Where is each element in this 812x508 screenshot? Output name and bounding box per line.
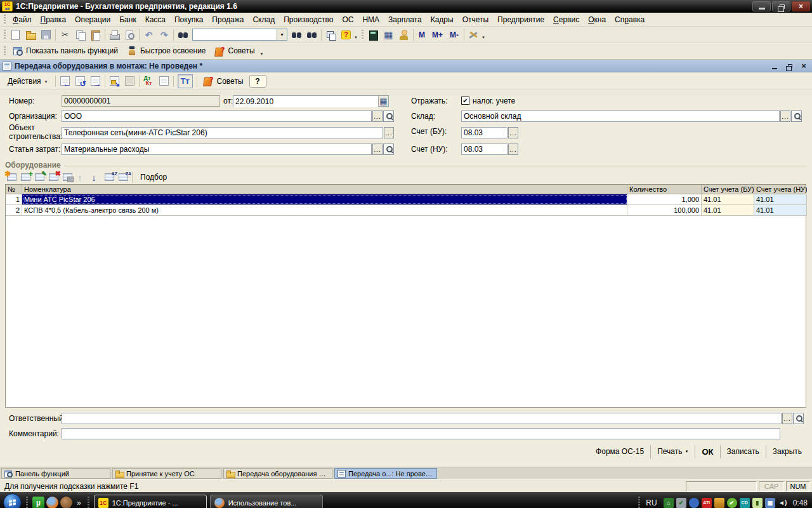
paste-icon[interactable] xyxy=(88,28,103,42)
move-up-icon[interactable]: ↑ xyxy=(75,171,88,184)
tax-accounting-checkbox[interactable]: ✔ xyxy=(461,97,469,105)
schet-bu-select-button[interactable]: ... xyxy=(508,127,518,138)
reread-icon[interactable]: ↺ xyxy=(73,74,88,88)
start-button[interactable] xyxy=(3,493,22,508)
menu-item[interactable]: Отчеты xyxy=(458,14,493,25)
sort-asc-icon[interactable]: AZ xyxy=(103,171,116,184)
post-document-icon[interactable]: ↘ xyxy=(107,74,122,88)
tab-os-acceptance[interactable]: Принятие к учету ОС xyxy=(112,468,221,479)
taskbar-button-1c[interactable]: 1С 1С:Предприятие - ... xyxy=(94,495,207,508)
show-function-panel-button[interactable]: Показать панель функций xyxy=(8,45,122,57)
delete-row-icon[interactable]: ✖ xyxy=(47,171,60,184)
quick-learning-button[interactable]: Быстрое освоение xyxy=(122,45,211,57)
find-icon[interactable] xyxy=(176,28,190,42)
cancel-posting-icon[interactable] xyxy=(122,74,137,88)
input-on-base-icon[interactable]: → xyxy=(88,74,103,88)
ati-catalyst-icon[interactable]: ATI xyxy=(702,498,712,508)
antivirus-icon[interactable]: ⌂ xyxy=(664,498,674,508)
tab-equipment-transfer-doc[interactable]: Передача о...: Не проведен * xyxy=(334,468,437,479)
chevron-down-icon[interactable]: ▼ xyxy=(354,36,358,39)
doc-minimize-button[interactable] xyxy=(769,61,780,70)
restore-button[interactable] xyxy=(772,1,790,11)
menu-item[interactable]: Правка xyxy=(36,14,71,25)
cost-item-select-button[interactable]: ... xyxy=(372,144,383,155)
tab-function-panel[interactable]: Панель функций xyxy=(1,468,110,479)
calculator-icon[interactable] xyxy=(366,28,381,42)
redo-icon[interactable]: ↷ xyxy=(157,28,171,42)
menu-item[interactable]: НМА xyxy=(358,14,384,25)
edit-row-icon[interactable]: ✎ xyxy=(33,171,46,184)
tips-button[interactable]: ?Советы xyxy=(199,76,248,86)
column-header-account-bu[interactable]: Счет учета (БУ) xyxy=(702,185,754,194)
table-row[interactable]: 2 КСПВ 4*0,5 (Кабель-электро связь 200 м… xyxy=(6,205,806,216)
column-header-num[interactable]: № xyxy=(6,185,22,194)
volume-icon[interactable]: ◄) xyxy=(778,498,788,508)
menu-item[interactable]: Предприятие xyxy=(493,14,549,25)
menu-item[interactable]: Справка xyxy=(610,14,649,25)
minimize-button[interactable] xyxy=(752,1,771,11)
firefox-icon[interactable] xyxy=(46,497,58,508)
copy-row-icon[interactable]: + xyxy=(19,171,32,184)
find-prev-icon[interactable] xyxy=(304,28,319,42)
cd-emulator-icon[interactable]: CD xyxy=(740,498,750,508)
schet-nu-field[interactable] xyxy=(461,144,508,155)
print-button[interactable]: Печать▼ xyxy=(650,445,695,458)
cost-item-field[interactable] xyxy=(62,144,372,155)
menu-item[interactable]: Окна xyxy=(584,14,610,25)
calendar-button[interactable]: ▦ xyxy=(378,96,388,106)
add-row-icon[interactable]: ✱ xyxy=(5,171,18,184)
menu-item[interactable]: Касса xyxy=(141,14,170,25)
sort-desc-icon[interactable]: ZA xyxy=(117,171,130,184)
column-header-account-nu[interactable]: Счет учета (НУ) xyxy=(754,185,807,194)
posting-result-icon[interactable] xyxy=(157,74,171,88)
toolbar-grip[interactable] xyxy=(4,30,6,40)
chevron-down-icon[interactable]: ▼ xyxy=(260,52,264,56)
move-down-icon[interactable]: ↓ xyxy=(89,171,102,184)
undo-icon[interactable]: ↶ xyxy=(141,28,156,42)
display-settings-icon[interactable] xyxy=(714,498,724,508)
dt-kt-icon[interactable]: ДтКт xyxy=(141,74,156,88)
org-open-button[interactable] xyxy=(383,110,394,122)
open-file-icon[interactable] xyxy=(23,28,38,42)
tips-button-top[interactable]: ?Советы xyxy=(211,45,259,57)
license-icon[interactable]: ✔ xyxy=(727,498,737,508)
org-field[interactable] xyxy=(62,110,372,122)
chevron-expand-icon[interactable]: » xyxy=(77,498,81,507)
menu-item[interactable]: Файл xyxy=(8,14,36,25)
menu-item[interactable]: Операции xyxy=(70,14,115,25)
table-row[interactable]: 1 Мини АТС PicStar 206 1,000 41.01 41.01 xyxy=(6,194,806,205)
print-icon[interactable] xyxy=(107,28,122,42)
object-field[interactable] xyxy=(62,127,383,138)
menu-item[interactable]: Сервис xyxy=(549,14,584,25)
column-header-nomenclature[interactable]: Номенклатура xyxy=(22,185,627,194)
menu-item[interactable]: Производство xyxy=(279,14,337,25)
close-button[interactable]: × xyxy=(792,1,810,11)
menu-item[interactable]: Покупка xyxy=(170,14,207,25)
sklad-open-button[interactable] xyxy=(791,110,802,122)
cost-item-open-button[interactable] xyxy=(383,144,394,155)
menu-item[interactable]: Продажа xyxy=(207,14,248,25)
sklad-field[interactable] xyxy=(461,110,780,122)
memory-m-button[interactable]: M xyxy=(416,28,428,42)
cut-icon[interactable]: ✂ xyxy=(58,28,72,42)
language-indicator[interactable]: RU xyxy=(646,498,657,507)
end-edit-icon[interactable] xyxy=(61,171,74,184)
chevron-down-icon[interactable]: ▼ xyxy=(481,36,485,39)
tools-icon[interactable] xyxy=(466,28,481,42)
network-icon[interactable]: ▣ xyxy=(765,498,775,508)
calendar-icon[interactable]: ▦ xyxy=(381,28,396,42)
responsible-select-button[interactable]: ... xyxy=(782,413,792,424)
clock[interactable]: 0:48 xyxy=(793,498,808,507)
doc-restore-button[interactable] xyxy=(783,61,795,70)
menu-item[interactable]: ОС xyxy=(337,14,358,25)
help-1c-icon[interactable]: ? xyxy=(339,28,353,42)
column-header-quantity[interactable]: Количество xyxy=(627,185,702,194)
help-button[interactable]: ? xyxy=(249,75,266,88)
ok-button[interactable]: ОК xyxy=(695,445,719,458)
comment-field[interactable] xyxy=(62,428,780,439)
responsible-field[interactable] xyxy=(62,413,782,424)
write-button[interactable]: Записать xyxy=(720,445,766,458)
combo-dropdown-button[interactable]: ▼ xyxy=(277,29,287,40)
menu-item[interactable]: Банк xyxy=(115,14,140,25)
org-select-button[interactable]: ... xyxy=(372,110,383,122)
